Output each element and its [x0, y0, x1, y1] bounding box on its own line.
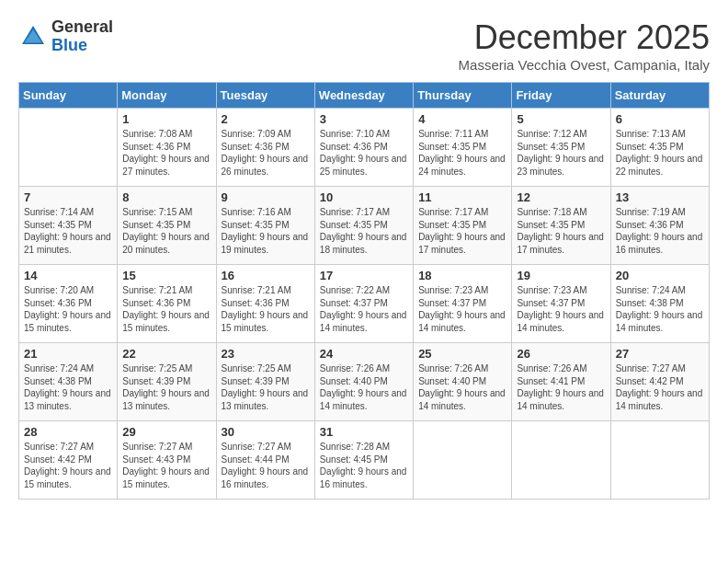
sunrise: Sunrise: 7:11 AM [418, 129, 488, 139]
sunset: Sunset: 4:36 PM [616, 220, 684, 230]
sunrise: Sunrise: 7:25 AM [122, 363, 192, 373]
day-cell: 23 Sunrise: 7:25 AM Sunset: 4:39 PM Dayl… [216, 343, 314, 421]
day-number: 3 [320, 112, 408, 126]
day-number: 5 [517, 112, 605, 126]
daylight: Daylight: 9 hours and 15 minutes. [122, 466, 210, 489]
day-number: 18 [418, 269, 506, 282]
sunrise: Sunrise: 7:26 AM [320, 363, 390, 373]
day-info: Sunrise: 7:09 AM Sunset: 4:36 PM Dayligh… [222, 128, 310, 178]
sunset: Sunset: 4:35 PM [517, 220, 585, 230]
logo-text: General Blue [51, 18, 113, 55]
day-cell: 27 Sunrise: 7:27 AM Sunset: 4:42 PM Dayl… [610, 343, 709, 421]
day-number: 1 [122, 112, 210, 126]
daylight: Daylight: 9 hours and 22 minutes. [616, 154, 703, 177]
weekday-monday: Monday [118, 83, 216, 109]
day-info: Sunrise: 7:24 AM Sunset: 4:38 PM Dayligh… [616, 284, 704, 334]
day-info: Sunrise: 7:14 AM Sunset: 4:35 PM Dayligh… [24, 206, 112, 256]
day-cell: 12 Sunrise: 7:18 AM Sunset: 4:35 PM Dayl… [512, 187, 610, 265]
sunset: Sunset: 4:36 PM [24, 298, 92, 308]
day-info: Sunrise: 7:28 AM Sunset: 4:45 PM Dayligh… [320, 441, 408, 490]
sunrise: Sunrise: 7:26 AM [418, 363, 488, 373]
sunset: Sunset: 4:36 PM [320, 142, 388, 152]
weekday-thursday: Thursday [414, 83, 512, 109]
sunrise: Sunrise: 7:25 AM [222, 363, 291, 373]
logo-general: General [51, 17, 113, 36]
sunset: Sunset: 4:35 PM [122, 220, 190, 230]
daylight: Daylight: 9 hours and 20 minutes. [122, 232, 210, 255]
sunset: Sunset: 4:38 PM [24, 376, 92, 386]
daylight: Daylight: 9 hours and 17 minutes. [418, 232, 506, 255]
daylight: Daylight: 9 hours and 15 minutes. [24, 466, 111, 489]
daylight: Daylight: 9 hours and 15 minutes. [24, 310, 111, 333]
day-number: 12 [517, 190, 605, 204]
daylight: Daylight: 9 hours and 13 minutes. [122, 388, 210, 411]
day-number: 17 [320, 269, 408, 282]
daylight: Daylight: 9 hours and 16 minutes. [222, 466, 309, 489]
day-number: 28 [24, 425, 112, 439]
day-cell: 10 Sunrise: 7:17 AM Sunset: 4:35 PM Dayl… [314, 187, 413, 265]
day-number: 30 [222, 425, 310, 439]
sunset: Sunset: 4:45 PM [320, 454, 388, 465]
sunrise: Sunrise: 7:27 AM [122, 442, 192, 452]
sunset: Sunset: 4:42 PM [616, 376, 684, 386]
weekday-tuesday: Tuesday [216, 83, 314, 109]
sunset: Sunset: 4:35 PM [517, 142, 585, 152]
day-number: 27 [616, 347, 704, 361]
day-cell: 24 Sunrise: 7:26 AM Sunset: 4:40 PM Dayl… [314, 343, 413, 421]
day-number: 13 [616, 190, 704, 204]
day-info: Sunrise: 7:08 AM Sunset: 4:36 PM Dayligh… [122, 128, 210, 178]
calendar-table: SundayMondayTuesdayWednesdayThursdayFrid… [18, 82, 710, 500]
day-cell: 15 Sunrise: 7:21 AM Sunset: 4:36 PM Dayl… [118, 265, 216, 343]
daylight: Daylight: 9 hours and 26 minutes. [222, 154, 309, 177]
day-number: 24 [320, 347, 408, 361]
day-number: 26 [517, 347, 605, 361]
day-cell: 19 Sunrise: 7:23 AM Sunset: 4:37 PM Dayl… [512, 265, 610, 343]
sunset: Sunset: 4:41 PM [517, 376, 585, 386]
day-number: 23 [222, 347, 310, 361]
sunrise: Sunrise: 7:16 AM [222, 207, 291, 217]
sunset: Sunset: 4:35 PM [320, 220, 388, 230]
day-number: 14 [24, 269, 112, 282]
sunrise: Sunrise: 7:27 AM [616, 363, 686, 373]
sunset: Sunset: 4:40 PM [418, 376, 486, 386]
day-info: Sunrise: 7:27 AM Sunset: 4:44 PM Dayligh… [222, 441, 310, 490]
sunrise: Sunrise: 7:21 AM [222, 285, 291, 295]
sunrise: Sunrise: 7:14 AM [24, 207, 94, 217]
daylight: Daylight: 9 hours and 14 minutes. [517, 388, 604, 411]
weekday-row: SundayMondayTuesdayWednesdayThursdayFrid… [19, 83, 710, 109]
day-cell: 11 Sunrise: 7:17 AM Sunset: 4:35 PM Dayl… [414, 187, 512, 265]
sunrise: Sunrise: 7:08 AM [122, 129, 192, 139]
day-cell: 7 Sunrise: 7:14 AM Sunset: 4:35 PM Dayli… [19, 187, 118, 265]
day-info: Sunrise: 7:10 AM Sunset: 4:36 PM Dayligh… [320, 128, 408, 178]
daylight: Daylight: 9 hours and 24 minutes. [418, 154, 506, 177]
sunrise: Sunrise: 7:24 AM [24, 363, 94, 373]
week-row-4: 21 Sunrise: 7:24 AM Sunset: 4:38 PM Dayl… [19, 343, 710, 421]
week-row-5: 28 Sunrise: 7:27 AM Sunset: 4:42 PM Dayl… [19, 421, 710, 500]
week-row-3: 14 Sunrise: 7:20 AM Sunset: 4:36 PM Dayl… [19, 265, 710, 343]
title-block: December 2025 Masseria Vecchia Ovest, Ca… [459, 18, 710, 73]
day-info: Sunrise: 7:27 AM Sunset: 4:42 PM Dayligh… [616, 362, 704, 412]
sunset: Sunset: 4:44 PM [222, 454, 290, 465]
day-cell [512, 421, 610, 500]
sunset: Sunset: 4:40 PM [320, 376, 388, 386]
sunrise: Sunrise: 7:13 AM [616, 129, 686, 139]
sunset: Sunset: 4:37 PM [320, 298, 388, 308]
sunrise: Sunrise: 7:09 AM [222, 129, 291, 139]
day-number: 10 [320, 190, 408, 204]
sunset: Sunset: 4:37 PM [418, 298, 486, 308]
daylight: Daylight: 9 hours and 16 minutes. [320, 466, 407, 489]
day-cell: 4 Sunrise: 7:11 AM Sunset: 4:35 PM Dayli… [414, 109, 512, 187]
sunrise: Sunrise: 7:12 AM [517, 129, 586, 139]
sunrise: Sunrise: 7:19 AM [616, 207, 686, 217]
daylight: Daylight: 9 hours and 16 minutes. [616, 232, 703, 255]
day-number: 4 [418, 112, 506, 126]
sunrise: Sunrise: 7:24 AM [616, 285, 686, 295]
daylight: Daylight: 9 hours and 15 minutes. [222, 310, 309, 333]
weekday-saturday: Saturday [610, 83, 709, 109]
day-number: 16 [222, 269, 310, 282]
day-info: Sunrise: 7:11 AM Sunset: 4:35 PM Dayligh… [418, 128, 506, 178]
day-cell: 5 Sunrise: 7:12 AM Sunset: 4:35 PM Dayli… [512, 109, 610, 187]
day-cell: 20 Sunrise: 7:24 AM Sunset: 4:38 PM Dayl… [610, 265, 709, 343]
daylight: Daylight: 9 hours and 25 minutes. [320, 154, 407, 177]
day-number: 20 [616, 269, 704, 282]
